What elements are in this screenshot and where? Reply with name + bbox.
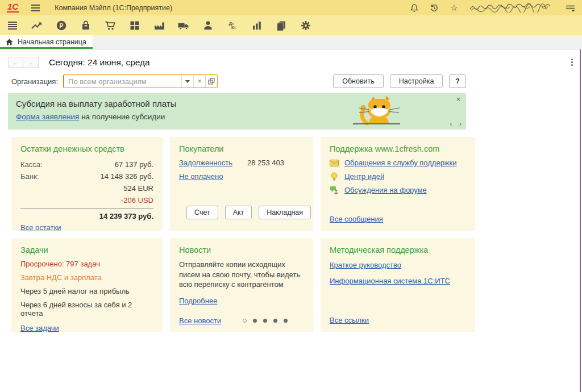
all-messages-link[interactable]: Все сообщения: [330, 215, 383, 223]
production-factory-icon[interactable]: [153, 19, 165, 32]
banner-prev-icon[interactable]: ‹: [450, 120, 452, 127]
favorites-star-icon[interactable]: ☆: [449, 3, 459, 13]
card-customers: Покупатели Задолженность 28 253 403 Не о…: [170, 137, 313, 231]
news-pagination-dot[interactable]: [273, 319, 277, 323]
tasks-card-title: Задачи: [20, 245, 153, 255]
settings-button[interactable]: Настройка: [390, 74, 443, 88]
unpaid-link[interactable]: Не оплачено: [179, 172, 223, 181]
references-books-icon[interactable]: [275, 19, 288, 32]
methodical-card-title: Методическая поддержка: [330, 245, 466, 255]
organization-input[interactable]: По всем организациям ×: [63, 74, 218, 88]
home-icon: [6, 39, 13, 45]
tasks-overdue: Просрочено: 797 задач: [20, 260, 153, 268]
waybill-button[interactable]: Накладная: [259, 206, 311, 219]
organization-clear-icon[interactable]: ×: [193, 75, 205, 87]
window-title: Компания Мэйпл (1С:Предприятие): [55, 4, 172, 12]
more-options-kebab-icon[interactable]: [569, 57, 575, 67]
1c-logo: 1С: [7, 3, 19, 12]
support-requests-link[interactable]: Обращения в службу поддержки: [344, 159, 457, 167]
banner-next-icon[interactable]: ›: [459, 120, 462, 127]
card-methodical-support: Методическая поддержка Краткое руководст…: [321, 238, 475, 332]
tasks-in-5-days: Через 5 дней налог на прибыль: [20, 287, 153, 295]
svg-text:P: P: [59, 22, 63, 28]
organization-label: Организация:: [11, 77, 58, 86]
organization-choose-icon[interactable]: [205, 75, 217, 87]
window-right-edge: [580, 49, 581, 392]
news-text: Отправляйте копии исходящих писем на сво…: [179, 260, 304, 290]
news-more-link[interactable]: Подробнее: [179, 297, 217, 305]
organization-placeholder: По всем организациям: [64, 75, 181, 87]
tasks-in-6-days: Через 6 дней взносы за себя и 2 отчета: [20, 301, 153, 318]
employees-person-icon[interactable]: [202, 19, 214, 32]
debt-value: 28 253 403: [247, 159, 284, 167]
idea-center-link[interactable]: Центр идей: [344, 172, 384, 181]
invoice-button[interactable]: Счет: [186, 206, 218, 219]
all-tasks-link[interactable]: Все задачи: [20, 324, 59, 332]
main-hamburger-icon[interactable]: [31, 5, 40, 11]
cash-total-value: 14 239 373 руб.: [20, 211, 153, 222]
tasks-tomorrow: Завтра НДС и зарплата: [20, 273, 153, 282]
refresh-button[interactable]: Обновить: [333, 74, 384, 88]
support-card-title: Поддержка www.1cfresh.com: [330, 144, 466, 153]
news-pagination-dot[interactable]: [253, 319, 257, 323]
banner-close-icon[interactable]: ×: [456, 96, 460, 103]
cash-row-eur: 524 EUR: [20, 182, 153, 194]
sales-trend-icon[interactable]: [31, 19, 43, 32]
cash-row-kassa: Касса: 67 137 руб.: [20, 159, 153, 170]
card-support-1cfresh: Поддержка www.1cfresh.com Обращения в сл…: [321, 137, 475, 231]
news-pagination-dot[interactable]: [263, 319, 267, 323]
organization-filter-row: Организация: По всем организациям × Обно…: [11, 74, 466, 88]
history-nav-row: ← → Сегодня: 24 июня, среда: [8, 57, 575, 68]
sales-cart-icon[interactable]: [104, 19, 117, 32]
accounting-dtkt-icon[interactable]: Дт Кт: [226, 19, 239, 32]
title-bar: 1С Компания Мэйпл (1С:Предприятие) ☆: [0, 0, 582, 15]
debt-link[interactable]: Задолженность: [179, 159, 232, 167]
act-button[interactable]: Акт: [225, 206, 252, 219]
subsidy-banner: Субсидия на выплату заработной платы Фор…: [8, 93, 466, 130]
panel-menu-icon[interactable]: [565, 3, 575, 13]
news-pagination-dot[interactable]: [243, 319, 247, 323]
help-button[interactable]: ?: [449, 74, 466, 88]
forum-chat-icon: [330, 186, 339, 194]
card-cash-balances: Остатки денежных средств Касса: 67 137 р…: [11, 137, 163, 231]
1c-application-window: 1С Компания Мэйпл (1С:Предприятие) ☆: [0, 0, 582, 392]
tab-bar: Начальная страница: [0, 35, 582, 49]
warehouse-grid-icon[interactable]: [128, 19, 141, 32]
application-form-link[interactable]: Форма заявления: [16, 112, 79, 121]
bell-icon[interactable]: [409, 3, 419, 13]
money-ruble-icon[interactable]: P: [55, 19, 68, 32]
all-news-link[interactable]: Все новости: [179, 316, 221, 325]
back-button[interactable]: ←: [8, 57, 23, 68]
sections-toolbar: P Дт Кт: [0, 15, 582, 35]
forum-discussions-link[interactable]: Обсуждения на форуме: [344, 186, 427, 194]
delivery-truck-icon[interactable]: [177, 19, 190, 32]
redacted-user-scribble: [469, 3, 555, 12]
cash-row-usd: -206 USD: [20, 194, 153, 206]
card-tasks: Задачи Просрочено: 797 задач Завтра НДС …: [11, 238, 163, 332]
banner-subtitle: на получение субсидии: [79, 112, 165, 121]
cat-with-mask-illustration: [350, 92, 402, 128]
settings-gear-icon[interactable]: [300, 19, 312, 32]
mail-envelope-icon: [330, 159, 339, 167]
its-system-link[interactable]: Информационная система 1С:ИТС: [330, 277, 450, 285]
forward-button[interactable]: →: [23, 57, 39, 68]
quick-guide-link[interactable]: Краткое руководство: [330, 261, 401, 269]
tab-home-page[interactable]: Начальная страница: [0, 35, 93, 49]
history-icon[interactable]: [429, 3, 439, 13]
news-card-title: Новости: [179, 245, 304, 255]
organization-dropdown-icon[interactable]: [181, 75, 193, 87]
cash-row-bank: Банк: 14 148 326 руб.: [20, 170, 153, 182]
customers-card-title: Покупатели: [179, 144, 304, 153]
all-links-link[interactable]: Все ссылки: [330, 316, 369, 324]
dashboard-cards-grid: Остатки денежных средств Касса: 67 137 р…: [11, 137, 476, 332]
cash-card-title: Остатки денежных средств: [20, 144, 153, 153]
main-menu-icon[interactable]: [6, 19, 19, 32]
card-news: Новости Отправляйте копии исходящих писе…: [170, 238, 313, 332]
news-pagination-dot[interactable]: [284, 319, 288, 323]
reports-chart-icon[interactable]: [251, 19, 263, 32]
tab-home-label: Начальная страница: [18, 38, 86, 46]
purchases-bag-icon[interactable]: [80, 19, 92, 32]
all-balances-link[interactable]: Все остатки: [20, 223, 61, 232]
news-pagination: [243, 319, 288, 323]
idea-bulb-icon: [330, 173, 339, 181]
